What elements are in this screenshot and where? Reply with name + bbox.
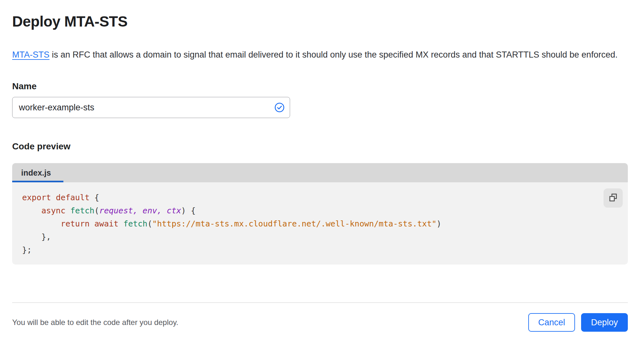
- copy-code-button[interactable]: [604, 188, 623, 208]
- name-input-box: [12, 97, 290, 118]
- code-area: export default { async fetch(request, en…: [12, 182, 628, 265]
- code-line: };: [22, 243, 628, 257]
- intro-paragraph: MTA-STS is an RFC that allows a domain t…: [12, 47, 619, 62]
- copy-icon: [608, 193, 618, 203]
- check-circle-icon: [274, 102, 285, 113]
- code-preview-card: index.js export default { async fetch(re…: [12, 163, 628, 265]
- code-line: return await fetch("https://mta-sts.mx.c…: [22, 217, 628, 230]
- code-tabbar: index.js: [12, 163, 628, 182]
- footer-note: You will be able to edit the code after …: [12, 318, 178, 327]
- mta-sts-link[interactable]: MTA-STS: [12, 50, 50, 59]
- code-line: export default {: [22, 191, 628, 204]
- code-preview-label: Code preview: [12, 141, 628, 152]
- code-block: export default { async fetch(request, en…: [22, 191, 628, 257]
- cancel-button[interactable]: Cancel: [528, 313, 575, 332]
- code-line: async fetch(request, env, ctx) {: [22, 204, 628, 217]
- footer-divider: [12, 302, 628, 303]
- deploy-mta-sts-page: Deploy MTA-STS MTA-STS is an RFC that al…: [0, 0, 640, 364]
- intro-text: is an RFC that allows a domain to signal…: [50, 50, 618, 59]
- tab-index-js[interactable]: index.js: [12, 163, 63, 182]
- footer-bar: You will be able to edit the code after …: [12, 313, 628, 332]
- name-label: Name: [12, 81, 628, 91]
- footer-actions: Cancel Deploy: [528, 313, 628, 332]
- tab-label: index.js: [21, 168, 51, 178]
- code-line: },: [22, 230, 628, 243]
- name-input[interactable]: [12, 97, 290, 118]
- deploy-button[interactable]: Deploy: [581, 313, 628, 332]
- page-title: Deploy MTA-STS: [12, 0, 628, 30]
